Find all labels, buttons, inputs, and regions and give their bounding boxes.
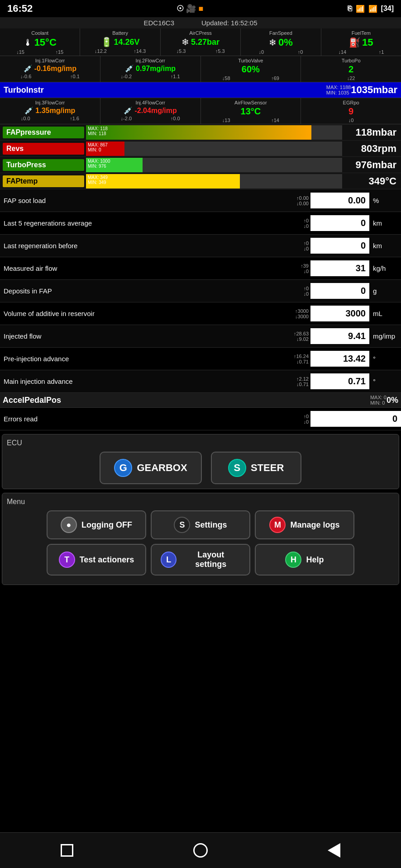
edc-header: EDC16C3 Updated: 16:52:05 [0, 17, 401, 28]
battery-display: [34] [381, 5, 394, 13]
last5regen-label: Last 5 regenerations average [0, 217, 288, 229]
fap-soot-label: FAP soot load [0, 195, 288, 206]
table-row: Main injection advance ↑2.12 ↓0.71 0.71 … [0, 370, 401, 393]
progress-turbopress: TurboPress MAX: 1000MIN: 976 976mbar [0, 157, 401, 173]
settings-label: Settings [195, 520, 227, 530]
lastregen-unit: km [369, 242, 401, 250]
manage-logs-label: Manage logs [290, 520, 339, 530]
manage-logs-button[interactable]: M Manage logs [255, 510, 354, 539]
inj2-tile: Inj.2FlowCorr 💉 0.97mg/imp ↓-0.2 ↑1.1 [100, 56, 201, 82]
errors-arrows: ↑0 ↓0 [288, 413, 310, 425]
preinj-arrows: ↑16.24 ↓0.71 [288, 353, 310, 365]
accelpedal-label: AccelPedalPos [3, 396, 370, 405]
last5regen-unit: km [369, 219, 401, 227]
additive-unit: mL [369, 310, 401, 317]
preinj-unit: ° [369, 355, 401, 363]
maininj-arrows: ↑2.12 ↓0.71 [288, 375, 310, 388]
inj1-tile: Inj.1FlowCorr 💉 -0.16mg/imp ↓-0.6 ↑0.1 [0, 56, 100, 82]
turbovalve-tile: TurboValve 60% ↓58 ↑69 [201, 56, 301, 82]
airflowsensor-value: 13°C [241, 106, 261, 117]
airflow-label: Measured air flow [0, 263, 288, 274]
fueltem-value: 15 [362, 37, 373, 48]
fap-soot-unit: % [369, 197, 401, 204]
inj3-icon: 💉 [24, 106, 33, 115]
inj1-value: -0.16mg/imp [34, 65, 76, 73]
table-row: Volume of additive in reservoir ↑3000 ↓3… [0, 302, 401, 325]
egrpo-label: EGRpo [343, 100, 359, 105]
back-icon [328, 843, 340, 858]
battery-label: Battery [112, 30, 128, 36]
status-bar: 16:52 ☉ 🎥 ■ ⎘ 📶 📶 [34] [0, 0, 401, 17]
manage-logs-icon: M [269, 517, 286, 533]
layout-settings-icon: L [161, 552, 177, 568]
test-actioners-icon: T [59, 552, 75, 568]
ecu-section: ECU G GEARBOX S STEER [2, 434, 399, 489]
menu-section: Menu ● Logging OFF S Settings M Manage l… [2, 493, 399, 585]
maininj-label: Main injection advance [0, 376, 288, 387]
inj3-value: 1.35mg/imp [35, 107, 75, 115]
data-section: FAP soot load ↑0.00 ↓0.00 0.00 % Last 5 … [0, 189, 401, 393]
home-button[interactable] [189, 839, 212, 862]
maininj-unit: ° [369, 377, 401, 385]
accelpedal-value: 0% [387, 396, 398, 405]
menu-title: Menu [7, 498, 394, 506]
coolant-down: ↓15 [16, 49, 24, 55]
turbovalve-value: 60% [242, 64, 260, 75]
egrpo-value: 9 [348, 106, 353, 117]
fueltem-down: ↓14 [338, 49, 346, 55]
inj4-value: -2.04mg/imp [134, 107, 177, 115]
test-actioners-label: Test actioners [80, 555, 134, 565]
sensor-row: Coolant 🌡 15°C ↓15 ↑15 Battery 🔋 14.26V … [0, 28, 401, 56]
layout-settings-button[interactable]: L Layout settings [151, 544, 250, 576]
faptemp-maxmin: MAX: 349MIN: 349 [88, 175, 108, 185]
inj1-icon: 💉 [24, 64, 33, 73]
help-button[interactable]: H Help [255, 544, 354, 576]
back-button[interactable] [323, 839, 345, 862]
menu-row-1: ● Logging OFF S Settings M Manage logs [7, 510, 394, 539]
turbopo-value: 2 [348, 64, 353, 75]
status-bar-right: ⎘ 📶 📶 [34] [348, 5, 394, 13]
settings-button[interactable]: S Settings [151, 510, 250, 539]
signal-bars: 📶 [356, 5, 365, 13]
preinj-value: 13.42 [310, 351, 369, 367]
stop-button[interactable] [56, 839, 78, 862]
sensor-tile-aircpress: AirCPress ❄ 5.27bar ↓5.3 ↑5.3 [161, 28, 241, 56]
accelpedal-row: AccelPedalPos MAX: 0 MIN: 0 0% [0, 393, 401, 408]
logging-off-button[interactable]: ● Logging OFF [47, 510, 146, 539]
fappressure-value: 118mbar [344, 127, 398, 138]
turbo-row: TurboInstr MAX: 1188 MIN: 1035 1035mbar [0, 82, 401, 98]
fueltem-icon: ⛽ [349, 37, 360, 48]
deposits-value: 0 [310, 283, 369, 299]
gearbox-button[interactable]: G GEARBOX [100, 452, 201, 484]
table-row: Last regeneration before ↑0 ↓0 0 km [0, 235, 401, 257]
menu-row-2: T Test actioners L Layout settings H Hel… [7, 544, 394, 576]
preinj-label: Pre-injection advance [0, 353, 288, 364]
maininj-value: 0.71 [310, 373, 369, 389]
sensor-tile-battery: Battery 🔋 14.26V ↓12.2 ↑14.3 [80, 28, 160, 56]
test-actioners-button[interactable]: T Test actioners [47, 544, 146, 576]
fanspeed-value: 0% [278, 37, 293, 48]
airflowsensor-tile: AirFlowSensor 13°C ↓13 ↑14 [201, 98, 301, 124]
injflow-arrows: ↑28.63 ↓9.02 [288, 330, 310, 343]
table-row: Injected flow ↑28.63 ↓9.02 9.41 mg/imp [0, 325, 401, 348]
egrpo-tile: EGRpo 9 ↓0 [301, 98, 401, 124]
steer-button[interactable]: S STEER [211, 452, 301, 484]
errors-label: Errors read [0, 413, 288, 425]
turbopo-label: TurboPo [342, 58, 361, 63]
steer-icon: S [228, 459, 246, 477]
injflow-unit: mg/imp [369, 332, 401, 340]
progress-fappressure: FAPpressure MAX: 118MIN: 118 118mbar [0, 124, 401, 141]
coolant-value: 15°C [34, 37, 57, 48]
logging-label: Logging OFF [81, 520, 132, 530]
time-display: 16:52 [7, 3, 33, 14]
fap-soot-arrows: ↑0.00 ↓0.00 [288, 194, 310, 207]
fappressure-maxmin: MAX: 118MIN: 118 [88, 126, 108, 136]
turbopress-value: 976mbar [344, 159, 398, 171]
table-row: Measured air flow ↑39 ↓0 31 kg/h [0, 257, 401, 280]
table-row: Last 5 regenerations average ↑0 ↓0 0 km [0, 212, 401, 235]
additive-value: 3000 [310, 306, 369, 321]
lastregen-label: Last regeneration before [0, 240, 288, 251]
turbo-label: TurboInstr [4, 85, 317, 95]
fanspeed-down: ↓0 [259, 49, 264, 55]
inj3-tile: Inj.3FlowCorr 💉 1.35mg/imp ↓0.0 ↑1.6 [0, 98, 100, 124]
